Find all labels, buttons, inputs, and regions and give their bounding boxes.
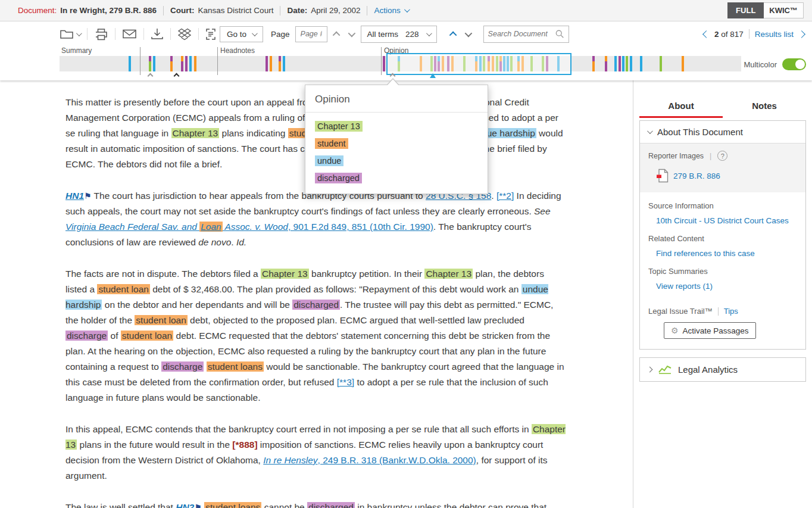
about-section-link[interactable]: Find references to this case	[656, 249, 797, 258]
print-button[interactable]	[94, 28, 108, 40]
case-citation-link[interactable]: Virginia Beach Federal Sav. and	[65, 222, 199, 232]
term-tick-blue[interactable]	[129, 56, 131, 71]
page-icon	[205, 28, 216, 40]
term-tick-purple[interactable]	[266, 56, 268, 71]
next-term-icon[interactable]	[464, 29, 472, 37]
about-section: Related ContentFind references to this c…	[648, 234, 797, 258]
kwic-view-button[interactable]: KWIC™	[764, 2, 804, 18]
previous-result-icon[interactable]	[702, 30, 710, 38]
divider	[749, 29, 749, 39]
document-label: Document:	[18, 6, 57, 15]
page-anchor: [*888]	[232, 440, 257, 450]
actions-menu[interactable]: Actions	[374, 6, 408, 15]
document-paragraph: The facts are not in dispute. The debtor…	[65, 266, 566, 406]
document-toolbar-area: Go to Page All terms 228	[0, 21, 812, 80]
chevron-down-icon[interactable]	[348, 29, 355, 37]
headnote-link[interactable]: HN2	[176, 502, 194, 508]
term-map-track[interactable]: SummaryHeadnotesOpinion	[60, 56, 741, 71]
term-tick-green[interactable]	[626, 56, 628, 71]
inline-link[interactable]: , 901 F.2d 849, 851 (10th Cir. 1990)	[288, 222, 433, 232]
text: plans in the future would result in the	[77, 440, 232, 450]
term-tick-blue[interactable]	[640, 56, 642, 71]
download-button[interactable]	[151, 28, 164, 40]
highlighted-term: Chapter 13	[424, 269, 473, 279]
term-tick-orange[interactable]	[592, 56, 595, 71]
term-tick-purple[interactable]	[605, 56, 607, 71]
tab-notes[interactable]: Notes	[723, 101, 806, 118]
chevron-right-icon	[647, 367, 653, 373]
chevron-down-icon	[404, 7, 410, 13]
term-tick-purple[interactable]	[383, 56, 385, 71]
case-citation-link[interactable]: In re Hensley	[263, 455, 317, 465]
reporter-image-link[interactable]: 279 B.R. 886	[673, 172, 720, 180]
search-term-map: SummaryHeadnotesOpinion Multicolor	[0, 46, 812, 80]
term-tick-orange[interactable]	[682, 56, 684, 71]
chevron-down-icon	[647, 128, 653, 134]
next-result-icon[interactable]	[798, 30, 805, 38]
page-view-button[interactable]	[205, 28, 216, 40]
tab-about[interactable]: About	[639, 101, 723, 118]
italic-text: See	[534, 206, 551, 216]
inline-link[interactable]: , 249 B.R. 318 (Bankr.W.D.Okla. 2000)	[318, 455, 476, 465]
term-tick-blue[interactable]	[630, 56, 632, 71]
inline-link[interactable]: [**2]	[496, 191, 514, 201]
popup-term-list: Chapter 13studentunduedischarged	[305, 113, 488, 194]
divider	[367, 6, 367, 15]
dropbox-button[interactable]	[177, 28, 192, 40]
term-tick-green[interactable]	[660, 56, 662, 71]
term-tick-blue[interactable]	[283, 56, 285, 71]
popup-term-chip: discharged	[315, 173, 362, 183]
full-view-button[interactable]: FULL	[727, 2, 764, 18]
folder-button[interactable]	[60, 28, 80, 40]
term-tick-blue[interactable]	[189, 56, 192, 71]
multicolor-toggle[interactable]	[782, 58, 806, 70]
page-number-input[interactable]	[295, 26, 327, 42]
case-citation-link[interactable]: Assoc. v. Wood	[223, 222, 288, 232]
goto-dropdown[interactable]: Go to	[220, 26, 263, 42]
popup-term-chip: student	[315, 138, 348, 149]
term-tick-orange[interactable]	[270, 56, 272, 71]
divider	[115, 28, 115, 40]
text: The law is well settled that	[65, 502, 176, 508]
terms-filter-dropdown[interactable]: All terms 228	[361, 26, 437, 43]
reporter-images-label: Reporter Images	[648, 152, 704, 160]
case-citation-link[interactable]: Loan	[199, 222, 222, 232]
term-tick-purple[interactable]	[619, 56, 621, 71]
term-tick-orange[interactable]	[194, 56, 196, 71]
results-list-link[interactable]: Results list	[755, 30, 794, 39]
text: debt, objected to the proposed plan. ECM…	[188, 315, 524, 325]
about-panel-header[interactable]: About This Document	[640, 121, 805, 143]
term-tick-orange[interactable]	[170, 56, 173, 71]
document-paragraph: HN1⚑ The court has jurisdiction to hear …	[65, 188, 566, 250]
page-nav	[335, 32, 354, 37]
term-tick-purple[interactable]	[181, 56, 183, 71]
text: cannot be	[261, 502, 307, 508]
highlighted-term: student loans	[204, 502, 261, 508]
map-position-chevron	[148, 73, 154, 79]
about-section-link[interactable]: 10th Circuit - US District Court Cases	[656, 216, 797, 225]
email-button[interactable]	[122, 29, 137, 39]
chevron-down-icon	[426, 30, 432, 36]
italic-text: de novo	[198, 237, 231, 247]
term-tick-blue[interactable]	[622, 56, 624, 71]
term-tick-blue[interactable]	[614, 56, 617, 71]
search-document-input[interactable]	[488, 30, 556, 38]
help-icon[interactable]: ?	[717, 151, 727, 161]
highlighted-term: student loan	[135, 315, 187, 325]
term-tick-orange[interactable]	[279, 56, 281, 71]
document-title: In re Wright, 279 B.R. 886	[60, 6, 157, 15]
inline-link[interactable]: [**3]	[337, 377, 354, 387]
headnote-flag-icon[interactable]: ⚑	[194, 503, 202, 508]
activate-passages-button[interactable]: ⚙ Activate Passages	[664, 322, 756, 339]
previous-term-icon[interactable]	[449, 31, 457, 39]
divider	[170, 28, 171, 40]
term-tick-green[interactable]	[149, 56, 151, 71]
term-tick-blue[interactable]	[153, 56, 155, 71]
tips-link[interactable]: Tips	[724, 307, 738, 316]
about-section-link[interactable]: View reports (1)	[656, 282, 797, 291]
term-tick-purple[interactable]	[185, 56, 188, 71]
legal-analytics-panel[interactable]: Legal Analytics	[639, 357, 806, 382]
headnote-flag-icon[interactable]: ⚑	[84, 191, 92, 201]
chevron-up-icon[interactable]	[332, 31, 340, 39]
headnote-link[interactable]: HN1	[65, 191, 84, 201]
